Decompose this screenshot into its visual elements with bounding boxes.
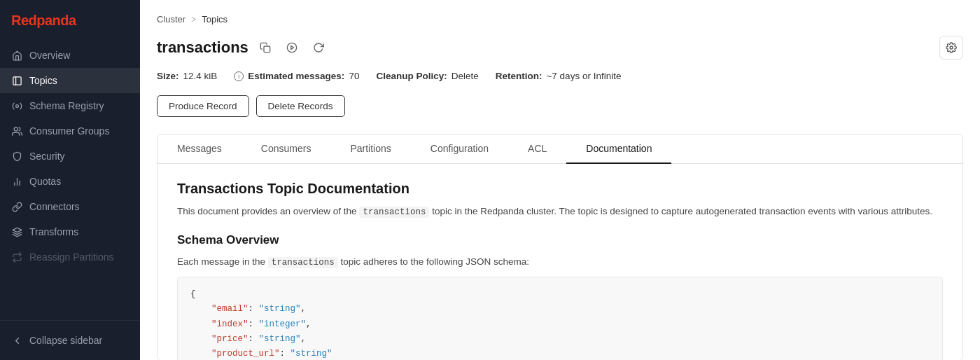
cleanup-policy-value: Delete xyxy=(451,71,479,81)
sidebar-item-label: Schema Registry xyxy=(29,100,104,111)
sidebar: Redpanda Overview Topics xyxy=(0,0,140,360)
sidebar-item-topics[interactable]: Topics xyxy=(0,68,140,93)
sidebar-item-label: Reassign Partitions xyxy=(29,251,114,263)
page-title-row: transactions xyxy=(157,38,328,57)
doc-para1-suffix: topic in the Redpanda cluster. The topic… xyxy=(429,206,932,216)
code-line-product-url: "product_url": "string" xyxy=(190,347,930,360)
meta-cleanup-policy: Cleanup Policy: Delete xyxy=(376,71,478,81)
produce-record-button[interactable]: Produce Record xyxy=(157,95,249,117)
sidebar-item-security[interactable]: Security xyxy=(0,144,140,169)
doc-schema-para: Each message in the transactions topic a… xyxy=(177,254,943,270)
sidebar-item-label: Quotas xyxy=(29,176,61,187)
sidebar-bottom: Collapse sidebar xyxy=(0,320,140,360)
delete-records-button[interactable]: Delete Records xyxy=(256,95,345,117)
page-header: transactions xyxy=(157,36,963,60)
collapse-icon xyxy=(11,335,22,346)
sidebar-item-label: Overview xyxy=(29,50,70,61)
reassign-icon xyxy=(11,251,22,263)
doc-para1-prefix: This document provides an overview of th… xyxy=(177,206,359,216)
tab-consumers[interactable]: Consumers xyxy=(241,134,331,164)
svg-rect-8 xyxy=(264,46,270,53)
sidebar-item-label: Connectors xyxy=(29,201,80,212)
retention-label: Retention: xyxy=(496,71,542,81)
refresh-button[interactable] xyxy=(309,38,328,57)
sidebar-navigation: Overview Topics Schema Registry xyxy=(0,43,140,320)
cleanup-policy-label: Cleanup Policy: xyxy=(376,71,447,81)
tab-content-documentation: Transactions Topic Documentation This do… xyxy=(158,164,962,360)
sidebar-item-reassign-partitions: Reassign Partitions xyxy=(0,244,140,270)
doc-schema-para-suffix: topic adheres to the following JSON sche… xyxy=(338,256,529,267)
schema-icon xyxy=(11,100,22,111)
sidebar-item-consumer-groups[interactable]: Consumer Groups xyxy=(0,118,140,144)
tab-documentation[interactable]: Documentation xyxy=(566,134,671,164)
breadcrumb-cluster[interactable]: Cluster xyxy=(157,14,186,25)
doc-paragraph1: This document provides an overview of th… xyxy=(177,204,943,219)
code-line-email: "email": "string", xyxy=(190,302,930,317)
collapse-sidebar-button[interactable]: Collapse sidebar xyxy=(11,329,129,352)
sidebar-item-label: Consumer Groups xyxy=(29,125,109,137)
info-icon: i xyxy=(234,71,244,81)
sidebar-item-overview[interactable]: Overview xyxy=(0,43,140,68)
home-icon xyxy=(11,50,22,61)
sidebar-item-label: Transforms xyxy=(29,226,78,237)
sidebar-logo: Redpanda xyxy=(0,0,140,43)
svg-rect-0 xyxy=(13,76,20,84)
sidebar-item-quotas[interactable]: Quotas xyxy=(0,169,140,194)
logo-text: Redpanda xyxy=(11,13,76,29)
schema-code-block: { "email": "string", "index": "integer",… xyxy=(177,277,943,360)
doc-schema-code: transactions xyxy=(268,257,338,268)
sidebar-item-connectors[interactable]: Connectors xyxy=(0,194,140,219)
tab-messages[interactable]: Messages xyxy=(158,134,241,164)
tabs-container: Messages Consumers Partitions Configurat… xyxy=(157,134,963,360)
content-area: Cluster > Topics transactions xyxy=(140,0,980,360)
svg-point-9 xyxy=(287,43,296,52)
code-line-brace-open: { xyxy=(190,287,930,302)
meta-estimated-messages: i Estimated messages: 70 xyxy=(234,71,359,81)
estimated-messages-label: Estimated messages: xyxy=(248,71,344,81)
consumer-groups-icon xyxy=(11,125,22,137)
tab-configuration[interactable]: Configuration xyxy=(411,134,508,164)
svg-point-2 xyxy=(15,104,18,107)
sidebar-item-transforms[interactable]: Transforms xyxy=(0,219,140,244)
code-line-index: "index": "integer", xyxy=(190,317,930,332)
sidebar-item-schema-registry[interactable]: Schema Registry xyxy=(0,93,140,118)
tab-partitions[interactable]: Partitions xyxy=(330,134,410,164)
collapse-label: Collapse sidebar xyxy=(29,335,102,346)
svg-marker-7 xyxy=(13,228,22,232)
security-icon xyxy=(11,151,22,162)
doc-title: Transactions Topic Documentation xyxy=(177,181,943,197)
connectors-icon xyxy=(11,201,22,212)
sidebar-item-label: Topics xyxy=(29,75,57,86)
retention-value: ~7 days or Infinite xyxy=(546,71,621,81)
svg-marker-10 xyxy=(290,46,293,49)
doc-para1-code: transactions xyxy=(359,207,429,218)
svg-point-3 xyxy=(14,127,18,130)
transforms-icon xyxy=(11,226,22,237)
breadcrumb: Cluster > Topics xyxy=(157,14,963,25)
sidebar-item-label: Security xyxy=(29,151,65,162)
quotas-icon xyxy=(11,176,22,187)
topics-icon xyxy=(11,75,22,86)
actions-row: Produce Record Delete Records xyxy=(157,95,963,117)
settings-button[interactable] xyxy=(939,36,963,60)
tabs-header: Messages Consumers Partitions Configurat… xyxy=(158,134,962,164)
breadcrumb-separator: > xyxy=(191,15,196,25)
main-content: Cluster > Topics transactions xyxy=(140,0,980,360)
doc-schema-title: Schema Overview xyxy=(177,233,943,247)
size-value: 12.4 kiB xyxy=(183,71,218,81)
size-label: Size: xyxy=(157,71,179,81)
breadcrumb-topics: Topics xyxy=(202,14,227,25)
tab-acl[interactable]: ACL xyxy=(508,134,566,164)
estimated-messages-value: 70 xyxy=(349,71,359,81)
meta-retention: Retention: ~7 days or Infinite xyxy=(496,71,622,81)
meta-row: Size: 12.4 kiB i Estimated messages: 70 … xyxy=(157,71,963,81)
code-line-price: "price": "string", xyxy=(190,332,930,347)
svg-point-11 xyxy=(950,46,953,49)
doc-schema-para-prefix: Each message in the xyxy=(177,256,268,267)
meta-size: Size: 12.4 kiB xyxy=(157,71,217,81)
copy-button[interactable] xyxy=(255,38,275,57)
page-title: transactions xyxy=(157,39,248,57)
play-button[interactable] xyxy=(282,38,302,57)
